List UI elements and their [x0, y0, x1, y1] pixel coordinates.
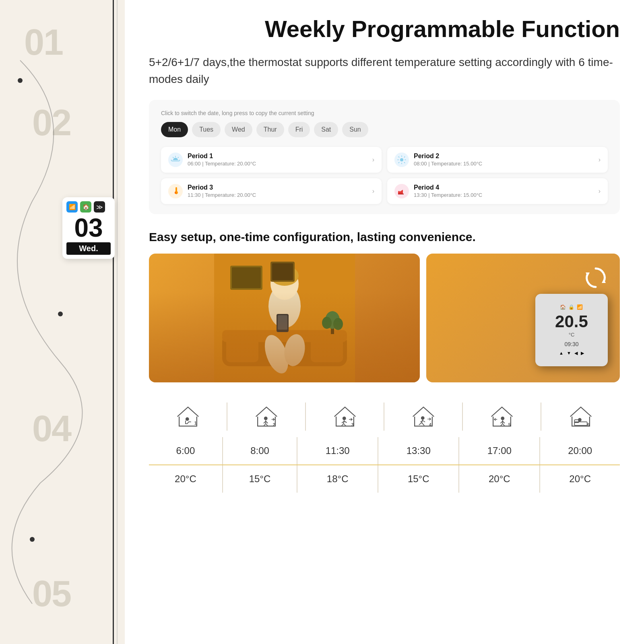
periods-grid: Period 1 06:00 | Temperature: 20.00°C › …	[161, 147, 608, 204]
svg-text:3: 3	[351, 422, 353, 427]
vertical-line-main	[113, 0, 114, 644]
svg-line-43	[344, 421, 347, 423]
period-1-info: Period 1 06:00 | Temperature: 20.00°C	[188, 153, 367, 167]
photo-woman	[149, 254, 420, 382]
temp-3: 18°C	[297, 465, 378, 493]
sync-arrows-icon	[582, 264, 610, 292]
day-mon[interactable]: Mon	[161, 122, 188, 137]
svg-rect-22	[272, 263, 293, 280]
svg-text:4: 4	[429, 422, 431, 427]
svg-point-5	[175, 192, 176, 194]
period-3-arrow: ›	[372, 188, 374, 195]
step-05: 05	[32, 576, 71, 612]
step-01: 01	[24, 24, 63, 60]
svg-rect-16	[278, 315, 287, 330]
svg-point-2	[30, 537, 35, 542]
period-1-time: 06:00 | Temperature: 20.00°C	[188, 161, 367, 167]
time-3: 11:30	[297, 437, 378, 465]
home-icon: 🏠	[80, 201, 91, 213]
svg-text:5: 5	[508, 422, 510, 427]
period-1-arrow: ›	[372, 156, 374, 163]
day-wed[interactable]: Wed	[225, 122, 252, 137]
schedule-table: 6:00 8:00 11:30 13:30 17:00 20:00 20°C 1…	[149, 437, 620, 493]
period-4-info: Period 4 13:30 | Temperature: 15.00°C	[414, 184, 594, 198]
svg-rect-10	[226, 334, 258, 362]
house-icon-6: 6	[541, 402, 620, 431]
svg-rect-11	[311, 334, 343, 362]
temp-5: 20°C	[459, 465, 540, 493]
time-schedule: 1 2	[149, 402, 620, 493]
house-icon-5: 5	[463, 402, 541, 431]
schedule-card: Click to switch the date, long press to …	[149, 100, 620, 214]
svg-point-26	[333, 318, 343, 330]
svg-point-38	[342, 417, 346, 420]
svg-rect-6	[398, 194, 404, 194]
time-6: 20:00	[540, 437, 620, 465]
main-content: Weekly Programmable Function 5+2/6+1/7 d…	[125, 0, 644, 644]
vertical-line-inner	[117, 0, 118, 644]
period-4-name: Period 4	[414, 184, 594, 191]
svg-point-24	[325, 311, 340, 329]
svg-rect-23	[331, 322, 334, 334]
period-4-arrow: ›	[599, 188, 601, 195]
time-1: 6:00	[149, 437, 223, 465]
svg-point-1	[58, 312, 63, 316]
step-04: 04	[32, 411, 71, 447]
svg-text:1: 1	[194, 421, 196, 425]
schedule-hint: Click to switch the date, long press to …	[161, 110, 608, 116]
period-3-item[interactable]: Period 3 11:30 | Temperature: 20.00°C ›	[161, 178, 382, 204]
house-icon-2: 2	[227, 402, 306, 431]
period-4-item[interactable]: Period 4 13:30 | Temperature: 15.00°C ›	[387, 178, 608, 204]
day-fri[interactable]: Fri	[288, 122, 310, 137]
svg-text:6: 6	[587, 422, 589, 427]
device-day: Wed.	[66, 242, 111, 255]
period-1-name: Period 1	[188, 153, 367, 160]
day-sat[interactable]: Sat	[314, 122, 338, 137]
svg-point-45	[421, 416, 424, 420]
photos-row: 🏠 🔒 📶 20.5 °C 09:30 ▲ ▼ ◀ ▶	[149, 254, 620, 382]
day-thur[interactable]: Thur	[256, 122, 284, 137]
svg-point-18	[282, 332, 307, 367]
period-2-time: 08:00 | Temperature: 15.00°C	[414, 161, 594, 167]
house-icon-4: 4	[384, 402, 463, 431]
temp-6: 20°C	[540, 465, 620, 493]
period-3-name: Period 3	[188, 184, 367, 191]
svg-text:2: 2	[272, 422, 275, 427]
period-1-icon	[168, 153, 183, 167]
period-2-info: Period 2 08:00 | Temperature: 15.00°C	[414, 153, 594, 167]
days-row: Mon Tues Wed Thur Fri Sat Sun	[161, 122, 608, 137]
period-4-icon	[394, 184, 409, 198]
period-2-icon	[394, 153, 409, 167]
svg-point-25	[322, 317, 332, 329]
wifi-icon: 📶	[66, 201, 78, 213]
temp-row: 20°C 15°C 18°C 15°C 20°C 20°C	[149, 465, 620, 493]
photo-thermostat: 🏠 🔒 📶 20.5 °C 09:30 ▲ ▼ ◀ ▶	[426, 254, 620, 382]
svg-point-0	[18, 78, 23, 83]
period-2-item[interactable]: Period 2 08:00 | Temperature: 15.00°C ›	[387, 147, 608, 173]
temp-2: 15°C	[223, 465, 297, 493]
period-1-item[interactable]: Period 1 06:00 | Temperature: 20.00°C ›	[161, 147, 382, 173]
period-4-time: 13:30 | Temperature: 15.00°C	[414, 192, 594, 198]
svg-rect-15	[277, 314, 289, 332]
device-card-icons: 📶 🏠 ≫	[66, 201, 111, 213]
step-02: 02	[32, 105, 71, 141]
temp-1: 20°C	[149, 465, 223, 493]
day-tues[interactable]: Tues	[192, 122, 221, 137]
left-sidebar: 01 02 04 05	[0, 0, 129, 644]
time-2: 8:00	[223, 437, 297, 465]
time-row: 6:00 8:00 11:30 13:30 17:00 20:00	[149, 437, 620, 465]
svg-point-17	[260, 332, 293, 376]
day-sun[interactable]: Sun	[342, 122, 368, 137]
svg-point-56	[578, 418, 582, 421]
house-icon-1: 1	[149, 402, 227, 431]
period-2-name: Period 2	[414, 153, 594, 160]
svg-point-4	[400, 158, 403, 161]
period-2-arrow: ›	[599, 156, 601, 163]
time-5: 17:00	[459, 437, 540, 465]
device-card: 📶 🏠 ≫ 03 Wed.	[62, 197, 115, 259]
curve-decoration	[0, 0, 121, 644]
easy-setup-title: Easy setup, one-time configuration, last…	[149, 230, 620, 244]
svg-point-29	[185, 417, 189, 421]
svg-point-47	[501, 417, 504, 420]
temp-4: 15°C	[378, 465, 459, 493]
